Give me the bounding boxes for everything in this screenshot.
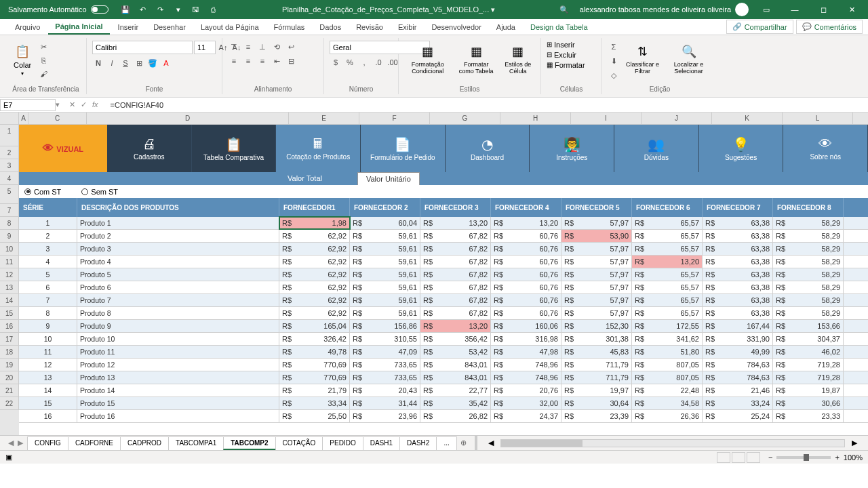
sheet-tab[interactable]: TABCOMPA1	[168, 436, 224, 450]
add-sheet-icon[interactable]: ⊕	[456, 436, 471, 449]
data-cell[interactable]: R$59,61	[350, 268, 420, 281]
data-cell[interactable]: R$60,76	[491, 268, 561, 281]
sheet-tab[interactable]: CADFORNE	[68, 436, 121, 450]
tab-pagina-inicial[interactable]: Página Inicial	[48, 20, 109, 35]
tab-revisao[interactable]: Revisão	[349, 20, 390, 34]
nav-item[interactable]: 🖨Cadastros	[107, 125, 192, 172]
data-cell[interactable]: R$47,98	[491, 346, 561, 358]
copy-icon[interactable]: ⎘	[37, 54, 50, 66]
tab-ajuda[interactable]: Ajuda	[490, 20, 522, 34]
formula-bar[interactable]: =CONFIG!AF40	[106, 101, 868, 109]
data-cell[interactable]: R$13,20	[420, 320, 491, 332]
data-cell[interactable]: R$23,33	[773, 410, 844, 422]
orientation-icon[interactable]: ⟲	[271, 41, 283, 53]
data-cell[interactable]: R$33,24	[703, 397, 773, 409]
maximize-icon[interactable]: ◻	[810, 0, 837, 19]
data-cell[interactable]: R$1,98	[279, 217, 350, 229]
subtab-valor-unitario[interactable]: Valor Unitário	[357, 172, 420, 185]
data-cell[interactable]: R$326,42	[279, 333, 350, 345]
data-cell[interactable]: R$47,09	[350, 346, 420, 358]
data-cell[interactable]: R$57,97	[561, 256, 632, 268]
data-cell[interactable]: R$53,42	[420, 346, 491, 358]
data-cell[interactable]: R$58,29	[773, 307, 844, 319]
data-cell[interactable]: R$331,90	[703, 333, 773, 345]
scroll-right-icon[interactable]: ▶	[852, 439, 857, 447]
col-header[interactable]: G	[430, 113, 500, 124]
data-cell[interactable]: R$20,43	[350, 384, 420, 396]
page-layout-icon[interactable]	[732, 452, 745, 463]
col-header[interactable]: E	[289, 113, 359, 124]
zoom-out-icon[interactable]: −	[768, 453, 772, 462]
tab-formulas[interactable]: Fórmulas	[267, 20, 312, 34]
data-cell[interactable]: R$21,46	[703, 384, 773, 396]
data-cell[interactable]: R$58,29	[773, 217, 844, 229]
table-row[interactable]: 11Produto 11R$49,78R$47,09R$53,42R$47,98…	[19, 346, 868, 359]
data-cell[interactable]: R$62,92	[279, 256, 350, 268]
nav-item[interactable]: 🖩Cotação de Produtos	[276, 125, 361, 172]
row-header[interactable]: 12	[0, 268, 19, 281]
find-select-button[interactable]: 🔍Localizar e Selecionar	[665, 41, 712, 77]
data-cell[interactable]: R$160,06	[491, 320, 561, 332]
indent-left-icon[interactable]: ⇤	[271, 55, 283, 67]
align-top-icon[interactable]: ⊤	[228, 41, 240, 53]
col-header[interactable]: J	[642, 113, 712, 124]
data-cell[interactable]: R$356,42	[420, 333, 491, 345]
insert-cells-button[interactable]: ⊞ Inserir	[547, 41, 575, 49]
col-header[interactable]: K	[712, 113, 783, 124]
table-row[interactable]: 3Produto 3R$62,92R$59,61R$67,82R$60,76R$…	[19, 243, 868, 256]
row-header[interactable]: 1	[0, 125, 19, 146]
data-cell[interactable]: R$63,38	[703, 217, 773, 229]
data-cell[interactable]: R$784,63	[703, 359, 773, 371]
conditional-formatting-button[interactable]: ▦Formatação Condicional	[404, 41, 452, 77]
data-cell[interactable]: R$58,29	[773, 243, 844, 255]
row-header[interactable]: 7	[0, 204, 19, 217]
name-box[interactable]	[0, 99, 56, 111]
sheet-tab[interactable]: CADPROD	[120, 436, 169, 450]
autosave-toggle[interactable]: Salvamento Automático	[3, 5, 114, 14]
row-header[interactable]: 15	[0, 307, 19, 320]
data-cell[interactable]: R$62,92	[279, 281, 350, 293]
row-header[interactable]: 5	[0, 185, 19, 204]
data-cell[interactable]: R$59,61	[350, 243, 420, 255]
data-cell[interactable]: R$316,98	[491, 333, 561, 345]
data-cell[interactable]: R$25,24	[703, 410, 773, 422]
nav-item[interactable]: 👨‍🏫Instruções	[530, 125, 614, 172]
data-cell[interactable]: R$770,69	[279, 359, 350, 371]
data-cell[interactable]: R$32,00	[491, 397, 561, 409]
zoom-in-icon[interactable]: +	[835, 453, 839, 462]
subtab-valor-total[interactable]: Valor Total	[279, 172, 330, 185]
row-header[interactable]: 19	[0, 359, 19, 371]
underline-icon[interactable]: S	[119, 57, 132, 69]
data-cell[interactable]: R$35,42	[420, 397, 491, 409]
horizontal-scrollbar[interactable]	[500, 439, 845, 447]
zoom-slider[interactable]	[776, 456, 831, 459]
data-cell[interactable]: R$46,02	[773, 346, 844, 358]
data-cell[interactable]: R$748,96	[491, 371, 561, 384]
data-cell[interactable]: R$58,29	[773, 230, 844, 242]
share-button[interactable]: 🔗 Compartilhar	[726, 20, 793, 34]
data-cell[interactable]: R$57,97	[561, 281, 632, 293]
paste-button[interactable]: 📋Colar▾	[11, 41, 34, 79]
table-row[interactable]: 6Produto 6R$62,92R$59,61R$67,82R$60,76R$…	[19, 281, 868, 294]
table-row[interactable]: 7Produto 7R$62,92R$59,61R$67,82R$60,76R$…	[19, 294, 868, 307]
align-right-icon[interactable]: ≡	[256, 55, 269, 67]
data-cell[interactable]: R$57,97	[561, 243, 632, 255]
tab-next-icon[interactable]: ▶	[18, 439, 23, 447]
delete-cells-button[interactable]: ⊟ Excluir	[547, 51, 576, 59]
row-header[interactable]: 20	[0, 371, 19, 384]
font-color-icon[interactable]: A	[160, 57, 172, 69]
sort-filter-button[interactable]: ⇅Classificar e Filtrar	[623, 41, 663, 77]
nav-item[interactable]: 📄Formulário de Pedido	[361, 125, 446, 172]
sheet-tab[interactable]: PEDIDO	[322, 436, 363, 450]
data-cell[interactable]: R$59,61	[350, 307, 420, 319]
data-cell[interactable]: R$19,87	[773, 384, 844, 396]
data-cell[interactable]: R$733,65	[350, 371, 420, 384]
data-cell[interactable]: R$23,96	[350, 410, 420, 422]
accept-formula-icon[interactable]: ✓	[81, 100, 87, 109]
data-cell[interactable]: R$30,66	[773, 397, 844, 409]
row-header[interactable]: 22	[0, 397, 19, 410]
data-cell[interactable]: R$58,29	[773, 281, 844, 293]
table-row[interactable]: 2Produto 2R$62,92R$59,61R$67,82R$60,76R$…	[19, 230, 868, 243]
data-cell[interactable]: R$49,78	[279, 346, 350, 358]
data-cell[interactable]: R$13,20	[420, 217, 491, 229]
